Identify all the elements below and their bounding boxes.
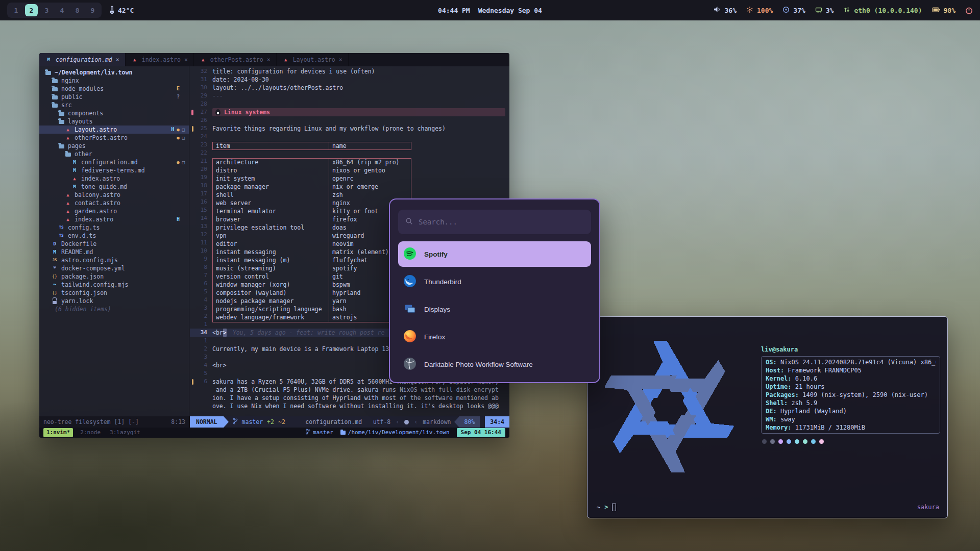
file-tree-item[interactable]: astro.config.mjs bbox=[39, 256, 189, 264]
temperature-module[interactable]: 42°C bbox=[110, 6, 134, 15]
file-tree-item[interactable]: docker-compose.yml bbox=[39, 264, 189, 272]
file-tree-item[interactable]: config.ts bbox=[39, 223, 189, 232]
git-branch-icon bbox=[306, 429, 310, 437]
shell-prompt[interactable]: ~ > bbox=[597, 503, 616, 511]
memory-module[interactable]: 3% bbox=[815, 6, 834, 15]
editor-line[interactable]: 32 title: configuration for devices i us… bbox=[190, 67, 509, 76]
tmux-window-tab[interactable]: 3:lazygit bbox=[108, 429, 142, 437]
file-icon bbox=[58, 110, 65, 117]
editor-line[interactable]: and a 2TB (Crucial P5 Plus) NVMe drive. … bbox=[190, 386, 509, 394]
firefox-icon bbox=[403, 330, 416, 344]
editor-line[interactable]: 25 Favorite things regarding Linux and m… bbox=[190, 124, 509, 133]
memory-value: 3% bbox=[826, 7, 834, 14]
launcher-item-thunderbird[interactable]: Thunderbird bbox=[398, 269, 591, 294]
palette-dot bbox=[778, 439, 783, 444]
battery-icon bbox=[932, 6, 940, 15]
file-type-icon bbox=[282, 56, 289, 63]
table-row: architecture x86_64 (rip m2 pro) bbox=[213, 159, 411, 167]
diff-added: +2 bbox=[267, 418, 274, 426]
file-tree-item[interactable]: README.md bbox=[39, 248, 189, 256]
status-letter-badge: E bbox=[177, 85, 180, 93]
line-number: 29 bbox=[195, 92, 212, 100]
workspace-button[interactable]: 3 bbox=[40, 4, 53, 16]
file-tree-item[interactable]: components bbox=[39, 109, 189, 117]
file-tree-item[interactable]: node_modules E bbox=[39, 85, 189, 93]
editor-line[interactable]: 29 --- bbox=[190, 92, 509, 100]
tmux-window-tab[interactable]: 1:nvim* bbox=[43, 428, 73, 437]
close-icon[interactable] bbox=[339, 56, 342, 64]
file-tree-item[interactable]: yarn.lock bbox=[39, 297, 189, 305]
file-tree-item[interactable]: fediverse-terms.md bbox=[39, 166, 189, 174]
file-tree-item[interactable]: package.json bbox=[39, 272, 189, 281]
line-number: 25 bbox=[195, 124, 212, 133]
file-tree-root[interactable]: ~/Development/liv.town bbox=[39, 68, 189, 77]
file-tree-item[interactable]: Dockerfile bbox=[39, 240, 189, 248]
file-tree-item[interactable]: index.astro H bbox=[39, 215, 189, 223]
editor-line[interactable]: ove. I use Nix when I need software with… bbox=[190, 402, 509, 410]
file-tree-item[interactable]: garden.astro bbox=[39, 207, 189, 215]
line-number: 14 bbox=[195, 214, 212, 222]
file-tree-item[interactable]: tailwind.config.mjs bbox=[39, 281, 189, 289]
workspace-button[interactable]: 8 bbox=[71, 4, 84, 16]
network-module[interactable]: eth0 (10.0.0.140) bbox=[843, 6, 922, 15]
file-type-icon bbox=[131, 56, 138, 63]
file-tree-item[interactable]: Layout.astro H ● □ bbox=[39, 126, 189, 134]
workspace-button[interactable]: 1 bbox=[10, 4, 22, 16]
palette-dot bbox=[811, 439, 816, 444]
editor-line[interactable]: 28 bbox=[190, 100, 509, 108]
editor-tab[interactable]: configuration.md bbox=[39, 53, 126, 66]
volume-icon bbox=[714, 6, 721, 14]
file-tree-item[interactable]: index.astro bbox=[39, 174, 189, 183]
fan-module[interactable]: 100% bbox=[746, 6, 773, 15]
file-tree-item[interactable]: tsconfig.json bbox=[39, 289, 189, 297]
editor-tab[interactable]: Layout.astro bbox=[277, 53, 349, 66]
line-number: 34 bbox=[195, 329, 212, 337]
unstaged-square-badge: □ bbox=[182, 134, 185, 142]
editor-line[interactable]: 31 date: 2024-08-30 bbox=[190, 76, 509, 84]
battery-module[interactable]: 98% bbox=[932, 6, 955, 15]
editor-tab[interactable]: otherPost.astro bbox=[194, 53, 277, 66]
line-number: 3 bbox=[195, 304, 212, 312]
line-number: 5 bbox=[195, 369, 212, 378]
close-icon[interactable] bbox=[267, 56, 271, 64]
file-tree-item[interactable]: public ? bbox=[39, 93, 189, 101]
status-letter-badge: H bbox=[171, 126, 174, 134]
file-tree-item[interactable]: pages bbox=[39, 142, 189, 150]
file-tree-item[interactable]: configuration.md ● □ bbox=[39, 158, 189, 166]
file-tree-item[interactable]: (6 hidden items) bbox=[39, 305, 189, 313]
file-tree-item[interactable]: tone-guide.md bbox=[39, 183, 189, 191]
launcher-item-spotify[interactable]: Spotify bbox=[398, 241, 591, 267]
volume-module[interactable]: 36% bbox=[714, 6, 737, 14]
close-icon[interactable] bbox=[116, 56, 119, 64]
editor-line[interactable]: 30 layout: ../../layouts/otherPost.astro bbox=[190, 84, 509, 92]
file-tree-item[interactable]: nginx bbox=[39, 77, 189, 85]
file-tree-item[interactable]: balcony.astro bbox=[39, 191, 189, 199]
editor-line[interactable]: 26 bbox=[190, 116, 509, 124]
file-tree-item[interactable]: src bbox=[39, 101, 189, 109]
editor-tab[interactable]: index.astro bbox=[126, 53, 194, 66]
file-tree-item[interactable]: env.d.ts bbox=[39, 232, 189, 240]
file-icon bbox=[64, 199, 71, 207]
workspace-button[interactable]: 9 bbox=[86, 4, 99, 16]
editor-line[interactable]: 22 bbox=[190, 149, 509, 157]
palette-dot bbox=[819, 439, 824, 444]
file-tree-item[interactable]: contact.astro bbox=[39, 199, 189, 207]
tmux-window-tab[interactable]: 2:node bbox=[78, 429, 103, 437]
workspace-button[interactable]: 2 bbox=[25, 4, 38, 16]
launcher-item-firefox[interactable]: Firefox bbox=[398, 324, 591, 349]
close-icon[interactable] bbox=[184, 56, 188, 64]
power-button[interactable] bbox=[965, 7, 973, 14]
file-tree-item[interactable]: other bbox=[39, 150, 189, 158]
disk-module[interactable]: 37% bbox=[782, 6, 805, 15]
workspace-button[interactable]: 4 bbox=[56, 4, 68, 16]
editor-line[interactable]: 27 Linux systems bbox=[190, 108, 509, 116]
file-tree-item[interactable]: otherPost.astro ● □ bbox=[39, 134, 189, 142]
launcher-item-darktable[interactable]: Darktable Photo Workflow Software bbox=[398, 352, 591, 377]
editor-line[interactable]: 24 bbox=[190, 133, 509, 141]
launcher-item-displays[interactable]: Displays bbox=[398, 296, 591, 322]
table-row: terminal emulator kitty or foot bbox=[213, 208, 411, 216]
palette-dot bbox=[762, 439, 767, 444]
search-input[interactable] bbox=[419, 218, 584, 226]
file-tree-item[interactable]: layouts bbox=[39, 117, 189, 126]
editor-line[interactable]: ion. I have a setup consisting of Hyprla… bbox=[190, 394, 509, 402]
